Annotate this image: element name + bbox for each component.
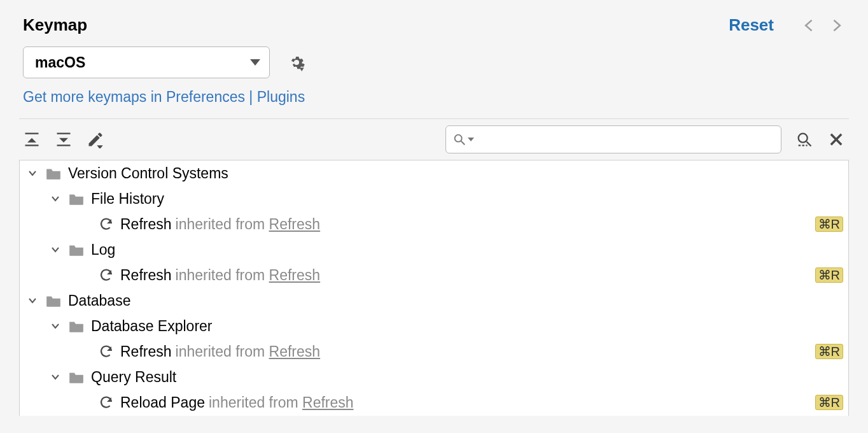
refresh-icon [99, 344, 114, 359]
svg-marker-5 [59, 138, 68, 143]
forward-arrow-icon[interactable] [827, 17, 845, 34]
svg-marker-0 [300, 67, 304, 71]
tree-label: Refresh [120, 216, 172, 233]
shortcut-badge: ⌘R [815, 216, 843, 232]
tree-action-refresh[interactable]: Refresh inherited from Refresh ⌘R [20, 339, 848, 364]
tree-label: Query Result [91, 369, 176, 386]
chevron-down-icon[interactable] [27, 168, 41, 178]
gear-icon[interactable] [288, 53, 305, 71]
svg-rect-1 [25, 133, 39, 134]
tree-label: Refresh [120, 267, 172, 284]
find-shortcut-icon[interactable] [795, 131, 813, 148]
keymap-select[interactable]: macOS [23, 46, 270, 78]
tree-label: Log [91, 241, 115, 259]
chevron-down-icon[interactable] [50, 372, 64, 382]
folder-icon [68, 370, 85, 384]
close-icon[interactable] [827, 131, 845, 148]
tree-action-reload-page[interactable]: Reload Page inherited from Refresh ⌘R [20, 390, 848, 415]
svg-point-8 [455, 135, 462, 142]
folder-icon [68, 319, 85, 333]
inherited-note: inherited from Refresh [176, 343, 321, 360]
keymap-select-value: macOS [35, 54, 85, 71]
reset-link[interactable]: Reset [729, 15, 774, 35]
refresh-icon [99, 395, 114, 410]
tree-label: Reload Page [120, 394, 205, 411]
inherited-note: inherited from Refresh [209, 394, 354, 411]
tree-group-db-explorer[interactable]: Database Explorer [20, 313, 848, 339]
shortcut-badge: ⌘R [815, 395, 843, 410]
search-icon [452, 132, 466, 146]
inherited-ref-link[interactable]: Refresh [269, 343, 321, 360]
svg-point-9 [799, 134, 808, 143]
refresh-icon [99, 267, 114, 283]
expand-all-icon[interactable] [23, 131, 41, 148]
back-arrow-icon[interactable] [801, 17, 818, 34]
tree-label: File History [91, 190, 164, 208]
keymap-tree: Version Control Systems File History Ref… [19, 160, 849, 416]
tree-label: Database [68, 292, 130, 309]
more-keymaps-link[interactable]: Get more keymaps in Preferences | Plugin… [0, 83, 868, 118]
inherited-note: inherited from Refresh [176, 267, 321, 284]
inherited-ref-link[interactable]: Refresh [269, 216, 321, 232]
shortcut-badge: ⌘R [815, 267, 843, 283]
tree-group-vcs[interactable]: Version Control Systems [20, 160, 848, 186]
search-input[interactable] [477, 131, 774, 148]
chevron-down-icon[interactable] [50, 321, 64, 331]
chevron-down-icon[interactable] [50, 245, 64, 255]
inherited-ref-link[interactable]: Refresh [302, 394, 354, 411]
svg-marker-2 [27, 138, 36, 143]
tree-label: Refresh [120, 343, 172, 360]
chevron-down-icon[interactable] [50, 194, 64, 204]
folder-icon [45, 294, 62, 308]
caret-down-icon [250, 59, 260, 66]
tree-group-database[interactable]: Database [20, 288, 848, 313]
search-input-container[interactable] [445, 125, 781, 153]
shortcut-badge: ⌘R [815, 344, 843, 359]
svg-marker-7 [97, 145, 102, 148]
svg-rect-3 [25, 145, 39, 146]
folder-icon [68, 243, 85, 257]
tree-label: Version Control Systems [68, 165, 228, 182]
edit-icon[interactable] [87, 131, 104, 148]
folder-icon [68, 192, 85, 206]
tree-group-file-history[interactable]: File History [20, 186, 848, 211]
refresh-icon [99, 216, 114, 232]
svg-rect-6 [57, 145, 71, 146]
folder-icon [45, 166, 62, 180]
search-options-caret-icon[interactable] [468, 138, 474, 141]
tree-action-refresh[interactable]: Refresh inherited from Refresh ⌘R [20, 211, 848, 237]
page-title: Keymap [23, 15, 729, 35]
svg-rect-4 [57, 133, 71, 134]
chevron-down-icon[interactable] [27, 295, 41, 306]
collapse-all-icon[interactable] [55, 131, 73, 148]
tree-group-log[interactable]: Log [20, 237, 848, 262]
tree-label: Database Explorer [91, 318, 213, 335]
tree-group-query-result[interactable]: Query Result [20, 364, 848, 390]
inherited-ref-link[interactable]: Refresh [269, 267, 321, 283]
inherited-note: inherited from Refresh [176, 216, 321, 233]
tree-action-refresh[interactable]: Refresh inherited from Refresh ⌘R [20, 262, 848, 288]
